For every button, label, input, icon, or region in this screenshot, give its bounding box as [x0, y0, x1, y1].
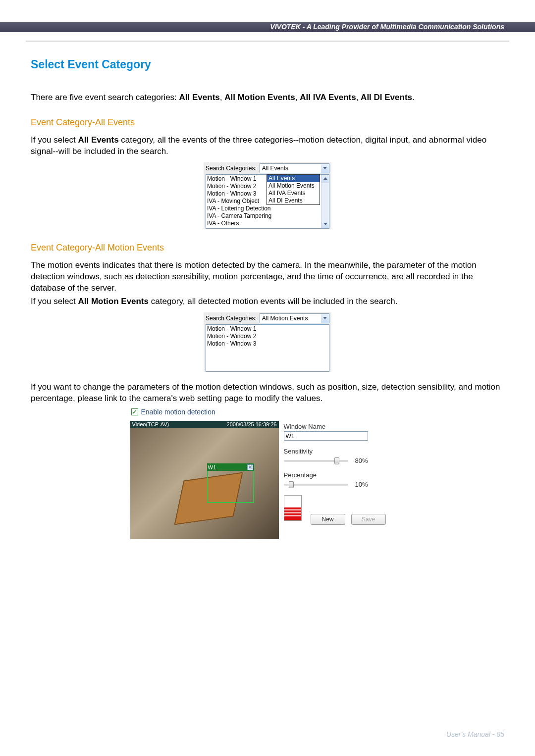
video-frame: W1 ✕ — [130, 428, 279, 539]
list-item[interactable]: IVA - Loitering Detection — [207, 205, 328, 212]
scroll-up-button[interactable] — [321, 175, 329, 183]
screenshot-motion-settings: ✓ Enable motion detection Video(TCP-AV) … — [130, 408, 405, 539]
sec1-heading: Event Category-All Events — [31, 117, 504, 128]
dropdown-item[interactable]: All DI Events — [267, 197, 320, 204]
slider-thumb[interactable] — [289, 481, 294, 488]
chevron-down-icon — [323, 167, 327, 169]
video-timestamp: 2008/03/25 16:39:26 — [227, 421, 277, 427]
list-item[interactable]: Motion - Window 1 — [207, 325, 328, 333]
search-categories-label: Search Categories: — [206, 315, 257, 322]
chevron-down-icon — [323, 223, 327, 225]
select-value: All Events — [260, 165, 321, 172]
select-arrow-button[interactable] — [321, 164, 329, 173]
page-header: VIVOTEK - A Leading Provider of Multimed… — [0, 22, 535, 32]
sensitivity-slider[interactable] — [284, 460, 348, 462]
new-button[interactable]: New — [311, 514, 345, 525]
motion-window[interactable]: W1 ✕ — [207, 463, 254, 503]
select-arrow-button[interactable] — [321, 314, 329, 323]
select-value: All Motion Events — [260, 315, 321, 322]
search-categories-select[interactable]: All Motion Events — [260, 313, 329, 323]
video-mode-label: Video(TCP-AV) — [132, 421, 169, 427]
sec2-heading: Event Category-All Motion Events — [31, 243, 504, 253]
slider-thumb[interactable] — [334, 457, 339, 464]
intro-cat-1: All Events — [179, 93, 220, 102]
sep: , — [220, 93, 224, 102]
header-underline — [26, 41, 509, 42]
sep: , — [295, 93, 300, 102]
percentage-label: Percentage — [284, 471, 405, 479]
motion-settings-panel: Window Name Sensitivity 80% Percentage 1… — [284, 421, 405, 539]
intro-end: . — [412, 93, 415, 102]
checkbox-checked-icon[interactable]: ✓ — [131, 408, 138, 415]
enable-motion-checkbox-row[interactable]: ✓ Enable motion detection — [131, 408, 405, 416]
sensitivity-label: Sensitivity — [284, 448, 405, 455]
dropdown-item-highlighted[interactable]: All Events — [267, 175, 320, 182]
chevron-down-icon — [323, 317, 327, 319]
list-item[interactable]: Motion - Window 2 — [207, 333, 328, 340]
percentage-value: 10% — [355, 481, 368, 488]
list-item[interactable]: IVA - Others — [207, 220, 328, 227]
page-footer: User's Manual - 85 — [446, 730, 504, 738]
screenshot-motion-events: Search Categories: All Motion Events Mot… — [204, 312, 331, 372]
sec2-p2-bold: All Motion Events — [78, 297, 149, 306]
scroll-down-button[interactable] — [321, 220, 329, 228]
sec1-text: If you select All Events category, all t… — [31, 135, 504, 157]
intro-cat-4: All DI Events — [361, 93, 412, 102]
close-icon[interactable]: ✕ — [247, 464, 253, 470]
select-dropdown[interactable]: All Events All Motion Events All IVA Eve… — [267, 174, 320, 205]
list-item[interactable]: IVA - Camera Tampering — [207, 212, 328, 220]
page-title: Select Event Category — [31, 58, 504, 71]
motion-indicator — [284, 495, 302, 521]
intro-cat-2: All Motion Events — [224, 93, 295, 102]
intro-cat-3: All IVA Events — [300, 93, 356, 102]
sec1-pre: If you select — [31, 135, 78, 145]
video-preview: Video(TCP-AV) 2008/03/25 16:39:26 W1 ✕ — [130, 421, 279, 539]
dropdown-item[interactable]: All IVA Events — [267, 190, 320, 197]
event-list[interactable]: Motion - Window 1 Motion - Window 2 Moti… — [206, 325, 329, 348]
sec2-p2-post: category, all detected motion events wil… — [149, 297, 397, 306]
sec2-p2: If you select All Motion Events category… — [31, 296, 504, 307]
sensitivity-value: 80% — [355, 457, 368, 464]
enable-motion-label: Enable motion detection — [141, 408, 215, 416]
dropdown-item[interactable]: All Motion Events — [267, 182, 320, 190]
percentage-slider[interactable] — [284, 484, 348, 486]
save-button[interactable]: Save — [351, 514, 386, 525]
scrollbar[interactable] — [321, 175, 329, 228]
intro-text: There are five event search categories: … — [31, 92, 504, 103]
sec2-p2-pre: If you select — [31, 297, 78, 306]
sep: , — [356, 93, 361, 102]
chevron-up-icon — [323, 177, 327, 180]
window-name-input[interactable] — [284, 431, 368, 441]
window-name-label: Window Name — [284, 423, 405, 430]
search-categories-select[interactable]: All Events — [260, 163, 329, 173]
search-categories-label: Search Categories: — [206, 165, 257, 172]
list-item[interactable]: Motion - Window 3 — [207, 340, 328, 348]
sec1-bold: All Events — [78, 135, 118, 145]
motion-window-label: W1 — [208, 464, 216, 470]
intro-pre: There are five event search categories: — [31, 93, 179, 102]
sec2-p3: If you want to change the parameters of … — [31, 382, 504, 404]
sec2-p1: The motion events indicates that there i… — [31, 260, 504, 294]
screenshot-all-events: Search Categories: All Events Motion - W… — [204, 162, 331, 229]
